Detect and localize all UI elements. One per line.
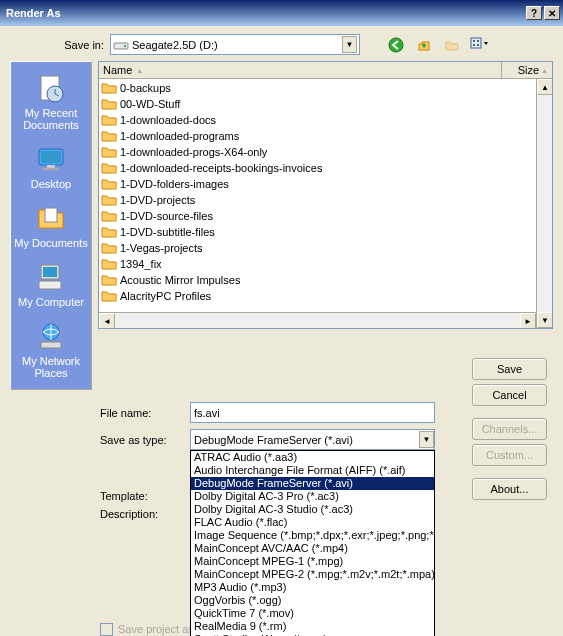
list-item[interactable]: 00-WD-Stuff bbox=[99, 96, 536, 112]
svg-rect-5 bbox=[477, 40, 479, 42]
column-size[interactable]: Size▲ bbox=[502, 62, 552, 78]
dropdown-option[interactable]: FLAC Audio (*.flac) bbox=[191, 516, 434, 529]
window-title: Render As bbox=[6, 7, 524, 19]
svg-rect-19 bbox=[41, 342, 61, 348]
save-in-label: Save in: bbox=[54, 39, 104, 51]
svg-rect-3 bbox=[471, 38, 481, 48]
place-recent-documents[interactable]: My Recent Documents bbox=[11, 66, 91, 137]
save-as-type-dropdown[interactable]: ATRAC Audio (*.aa3)Audio Interchange Fil… bbox=[190, 450, 435, 636]
places-bar: My Recent Documents Desktop My Documents… bbox=[10, 61, 92, 390]
folder-icon bbox=[101, 226, 117, 238]
place-my-computer[interactable]: My Computer bbox=[11, 255, 91, 314]
list-item[interactable]: Acoustic Mirror Impulses bbox=[99, 272, 536, 288]
scroll-right-icon[interactable]: ► bbox=[520, 313, 536, 328]
svg-rect-1 bbox=[124, 45, 126, 47]
checkbox-icon bbox=[100, 623, 113, 636]
chevron-down-icon[interactable]: ▼ bbox=[419, 431, 434, 448]
network-places-icon bbox=[35, 320, 67, 352]
folder-icon bbox=[101, 130, 117, 142]
column-name[interactable]: Name▲ bbox=[99, 62, 502, 78]
save-button[interactable]: Save bbox=[472, 358, 547, 380]
cancel-button[interactable]: Cancel bbox=[472, 384, 547, 406]
titlebar: Render As ? ✕ bbox=[0, 0, 563, 26]
svg-rect-12 bbox=[47, 165, 55, 168]
list-item[interactable]: 0-backups bbox=[99, 80, 536, 96]
folder-icon bbox=[101, 178, 117, 190]
dropdown-option[interactable]: MainConcept MPEG-1 (*.mpg) bbox=[191, 555, 434, 568]
list-item[interactable]: 1-downloaded-progs-X64-only bbox=[99, 144, 536, 160]
list-item[interactable]: 1-DVD-subtitle-files bbox=[99, 224, 536, 240]
save-as-type-label: Save as type: bbox=[100, 434, 190, 446]
sort-ascending-icon: ▲ bbox=[541, 67, 548, 74]
dropdown-option[interactable]: ATRAC Audio (*.aa3) bbox=[191, 451, 434, 464]
about-button[interactable]: About... bbox=[472, 478, 547, 500]
save-in-value: Seagate2.5D (D:) bbox=[132, 39, 342, 51]
sort-ascending-icon: ▲ bbox=[136, 67, 143, 74]
svg-rect-4 bbox=[473, 40, 475, 42]
my-documents-icon bbox=[35, 202, 67, 234]
scroll-left-icon[interactable]: ◄ bbox=[99, 313, 115, 328]
my-computer-icon bbox=[35, 261, 67, 293]
folder-icon bbox=[101, 258, 117, 270]
list-header: Name▲ Size▲ bbox=[99, 62, 552, 79]
list-item[interactable]: 1-downloaded-docs bbox=[99, 112, 536, 128]
svg-rect-6 bbox=[473, 44, 475, 46]
folder-icon bbox=[101, 162, 117, 174]
folder-icon bbox=[101, 98, 117, 110]
dropdown-option[interactable]: Dolby Digital AC-3 Pro (*.ac3) bbox=[191, 490, 434, 503]
close-button[interactable]: ✕ bbox=[544, 6, 560, 20]
new-folder-icon bbox=[442, 35, 462, 55]
list-item[interactable]: 1-downloaded-programs bbox=[99, 128, 536, 144]
folder-icon bbox=[101, 274, 117, 286]
list-item[interactable]: 1-downloaded-receipts-bookings-invoices bbox=[99, 160, 536, 176]
folder-icon bbox=[101, 194, 117, 206]
save-as-type-combo[interactable]: DebugMode FrameServer (*.avi) ▼ bbox=[190, 429, 435, 450]
help-button[interactable]: ? bbox=[526, 6, 542, 20]
folder-icon bbox=[101, 114, 117, 126]
folder-icon bbox=[101, 290, 117, 302]
scroll-up-icon[interactable]: ▲ bbox=[537, 79, 552, 95]
svg-rect-14 bbox=[45, 208, 57, 222]
save-in-combo[interactable]: Seagate2.5D (D:) ▼ bbox=[110, 34, 360, 55]
up-one-level-icon[interactable] bbox=[414, 35, 434, 55]
list-item[interactable]: 1394_fix bbox=[99, 256, 536, 272]
back-icon[interactable] bbox=[386, 35, 406, 55]
vertical-scrollbar[interactable]: ▲ ▼ bbox=[536, 79, 552, 328]
template-label: Template: bbox=[100, 490, 190, 502]
folder-icon bbox=[101, 82, 117, 94]
place-desktop[interactable]: Desktop bbox=[11, 137, 91, 196]
dropdown-option[interactable]: MainConcept AVC/AAC (*.mp4) bbox=[191, 542, 434, 555]
dropdown-option[interactable]: QuickTime 7 (*.mov) bbox=[191, 607, 434, 620]
file-name-label: File name: bbox=[100, 407, 190, 419]
dropdown-option[interactable]: Dolby Digital AC-3 Studio (*.ac3) bbox=[191, 503, 434, 516]
dropdown-option[interactable]: DebugMode FrameServer (*.avi) bbox=[191, 477, 434, 490]
folder-icon bbox=[101, 210, 117, 222]
dropdown-option[interactable]: MainConcept MPEG-2 (*.mpg;*.m2v;*.m2t;*.… bbox=[191, 568, 434, 581]
file-list[interactable]: Name▲ Size▲ 0-backups00-WD-Stuff1-downlo… bbox=[98, 61, 553, 329]
scroll-down-icon[interactable]: ▼ bbox=[537, 312, 552, 328]
drive-icon bbox=[113, 37, 129, 53]
svg-point-2 bbox=[389, 38, 403, 52]
list-item[interactable]: 1-DVD-projects bbox=[99, 192, 536, 208]
list-item[interactable]: 1-DVD-source-files bbox=[99, 208, 536, 224]
place-network-places[interactable]: My Network Places bbox=[11, 314, 91, 385]
dropdown-option[interactable]: Image Sequence (*.bmp;*.dpx;*.exr;*.jpeg… bbox=[191, 529, 434, 542]
horizontal-scrollbar[interactable]: ◄ ► bbox=[99, 312, 536, 328]
desktop-icon bbox=[35, 143, 67, 175]
list-item[interactable]: 1-DVD-folders-images bbox=[99, 176, 536, 192]
file-name-input[interactable]: fs.avi bbox=[190, 402, 435, 423]
svg-rect-11 bbox=[41, 151, 61, 163]
chevron-down-icon[interactable]: ▼ bbox=[342, 36, 357, 53]
svg-rect-13 bbox=[43, 168, 59, 170]
place-my-documents[interactable]: My Documents bbox=[11, 196, 91, 255]
list-item[interactable]: AlacrityPC Profiles bbox=[99, 288, 536, 304]
dropdown-option[interactable]: Audio Interchange File Format (AIFF) (*.… bbox=[191, 464, 434, 477]
svg-rect-17 bbox=[39, 281, 61, 289]
description-label: Description: bbox=[100, 508, 190, 520]
dropdown-option[interactable]: MP3 Audio (*.mp3) bbox=[191, 581, 434, 594]
list-item[interactable]: 1-Vegas-projects bbox=[99, 240, 536, 256]
dropdown-option[interactable]: RealMedia 9 (*.rm) bbox=[191, 620, 434, 633]
recent-documents-icon bbox=[35, 72, 67, 104]
dropdown-option[interactable]: OggVorbis (*.ogg) bbox=[191, 594, 434, 607]
view-menu-icon[interactable] bbox=[470, 35, 490, 55]
